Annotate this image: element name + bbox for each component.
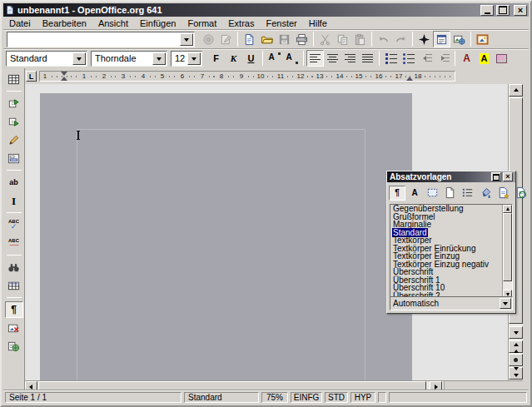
paragraph-style-combobox[interactable]: Standard — [6, 51, 87, 67]
minimize-button[interactable] — [480, 5, 494, 16]
style-list[interactable]: Gegenüberstellung Grußformel Marginalie … — [390, 204, 513, 299]
stylist-close-button[interactable]: × — [503, 172, 513, 181]
next-page-button[interactable] — [509, 367, 523, 380]
print-button[interactable] — [293, 31, 311, 47]
nonprinting-characters-button[interactable]: ¶ — [5, 301, 23, 318]
edit-file-button[interactable] — [217, 31, 235, 47]
style-list-scrollbar[interactable] — [502, 205, 512, 298]
status-page-style[interactable]: Standard — [184, 392, 259, 403]
character-styles-button[interactable]: A — [406, 186, 423, 201]
status-page[interactable]: Seite 1 / 1 — [5, 392, 181, 403]
font-dropdown-button[interactable] — [152, 52, 166, 65]
paragraph-background-button[interactable] — [493, 50, 510, 67]
copy-button[interactable] — [334, 31, 351, 47]
stop-button[interactable] — [200, 31, 217, 47]
highlighting-button[interactable]: A — [475, 50, 493, 67]
new-style-from-selection-button[interactable] — [495, 186, 511, 201]
update-style-button[interactable] — [512, 186, 529, 201]
style-dropdown-button[interactable] — [72, 52, 86, 65]
increase-indent-button[interactable] — [435, 50, 452, 67]
font-name-combobox[interactable]: Thorndale — [91, 51, 167, 67]
status-hyperlink-mode[interactable]: HYP — [351, 392, 375, 403]
form-button[interactable] — [5, 150, 23, 166]
filter-dropdown-button[interactable] — [500, 298, 511, 309]
scroll-up-button[interactable] — [509, 84, 523, 97]
stick-button[interactable] — [491, 172, 501, 181]
page-styles-button[interactable] — [441, 186, 458, 201]
navigation-button[interactable] — [509, 354, 523, 366]
save-button[interactable] — [276, 31, 293, 47]
undo-button[interactable] — [375, 31, 392, 47]
data-sources-button[interactable] — [5, 277, 23, 294]
direct-cursor-button[interactable]: I — [5, 192, 23, 209]
redo-button[interactable] — [392, 31, 410, 47]
auto-spellcheck-button[interactable]: ABC~~~ — [5, 235, 23, 251]
tab-type-selector[interactable]: L — [26, 71, 37, 82]
insert-object-button[interactable] — [5, 113, 23, 130]
frame-styles-button[interactable] — [424, 186, 440, 201]
graphics-on-off-button[interactable] — [5, 320, 23, 336]
italic-button[interactable]: K — [225, 50, 242, 67]
align-left-button[interactable] — [306, 50, 324, 67]
navigator-button[interactable] — [415, 31, 433, 47]
spellcheck-button[interactable]: ABC✓ — [5, 216, 23, 233]
paste-button[interactable] — [351, 31, 369, 47]
scroll-down-button[interactable] — [509, 326, 523, 339]
stylist-button[interactable] — [433, 31, 450, 47]
left-indent-marker[interactable] — [61, 73, 67, 81]
style-filter-combobox[interactable]: Automatisch — [390, 296, 513, 310]
align-right-button[interactable] — [341, 50, 359, 67]
fill-format-mode-button[interactable] — [477, 186, 494, 201]
status-zoom[interactable]: 75% — [261, 392, 288, 403]
gallery-button[interactable] — [450, 31, 468, 47]
subscript-button[interactable]: A — [283, 50, 301, 67]
ruler-number: 11 — [276, 72, 286, 81]
menu-hilfe[interactable]: Hilfe — [303, 17, 333, 29]
autotext-button[interactable]: ab — [5, 174, 23, 191]
numbered-list-button[interactable] — [382, 50, 400, 67]
font-color-button[interactable]: A — [458, 50, 475, 67]
insert-graphics-button[interactable] — [474, 31, 491, 47]
align-center-button[interactable] — [324, 50, 341, 67]
superscript-button[interactable]: A — [266, 50, 283, 67]
bold-button[interactable]: F — [207, 50, 225, 67]
open-file-button[interactable] — [258, 31, 276, 47]
menu-ansicht[interactable]: Ansicht — [92, 17, 134, 29]
right-indent-marker[interactable] — [406, 73, 413, 81]
find-button[interactable] — [5, 259, 23, 275]
close-button[interactable]: × — [514, 5, 527, 16]
maximize-button[interactable] — [496, 5, 510, 16]
document-page[interactable] — [40, 93, 412, 380]
url-dropdown-button[interactable] — [180, 33, 193, 46]
list-scroll-thumb[interactable] — [503, 213, 512, 281]
cut-button[interactable] — [316, 31, 334, 47]
insert-fields-button[interactable] — [5, 95, 23, 112]
stylist-title-bar[interactable]: Absatzvorlagen × — [387, 171, 515, 182]
menu-fenster[interactable]: Fenster — [260, 17, 302, 29]
decrease-indent-button[interactable] — [417, 50, 435, 67]
draw-functions-button[interactable] — [5, 132, 23, 148]
paragraph-styles-button[interactable]: ¶ — [389, 186, 405, 201]
numbering-styles-button[interactable] — [459, 186, 475, 201]
stylist-panel[interactable]: Absatzvorlagen × ¶ A Gegenüberstellung G… — [386, 171, 516, 314]
insert-button[interactable] — [5, 71, 23, 87]
title-bar[interactable]: unbenannt1 - OpenOffice.org 641 × — [3, 3, 529, 17]
new-document-button[interactable] — [241, 31, 258, 47]
size-dropdown-button[interactable] — [187, 52, 201, 65]
url-combobox[interactable] — [7, 32, 195, 47]
menu-format[interactable]: Format — [181, 17, 222, 29]
status-selection-mode[interactable]: STD — [325, 392, 348, 403]
menu-bearbeiten[interactable]: Bearbeiten — [37, 17, 92, 29]
online-layout-button[interactable] — [5, 338, 23, 355]
bullet-list-button[interactable] — [400, 50, 417, 67]
underline-button[interactable]: U — [242, 50, 260, 67]
menu-extras[interactable]: Extras — [222, 17, 260, 29]
justify-button[interactable] — [359, 50, 376, 67]
status-insert-mode[interactable]: EINFG — [291, 392, 322, 403]
menu-einfuegen[interactable]: Einfügen — [134, 17, 181, 29]
horizontal-ruler[interactable]: 1 1 2 3 4 5 6 7 8 9 10 11 12 13 14 15 16… — [39, 71, 455, 82]
menu-datei[interactable]: Datei — [3, 17, 37, 29]
list-scroll-up-button[interactable] — [503, 205, 512, 213]
previous-page-button[interactable] — [509, 340, 523, 353]
font-size-combobox[interactable]: 12 — [171, 51, 202, 67]
